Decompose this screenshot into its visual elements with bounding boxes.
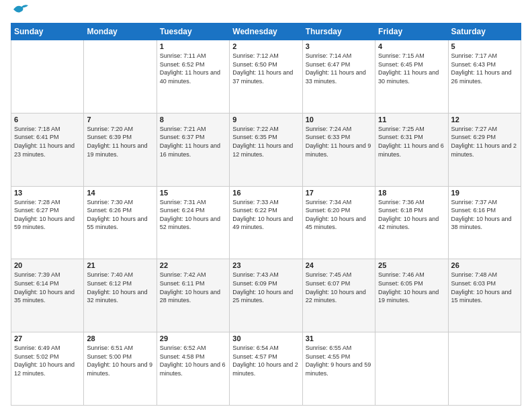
calendar-cell: 21Sunrise: 7:40 AMSunset: 6:12 PMDayligh… <box>84 259 157 332</box>
cell-info: Sunrise: 7:46 AMSunset: 6:05 PMDaylight:… <box>378 271 445 304</box>
calendar-cell: 4Sunrise: 7:15 AMSunset: 6:45 PMDaylight… <box>375 40 448 113</box>
day-number: 10 <box>306 116 372 124</box>
calendar-cell: 28Sunrise: 6:51 AMSunset: 5:00 PMDayligh… <box>84 332 157 406</box>
weekday-sunday: Sunday <box>11 24 84 40</box>
calendar-cell: 3Sunrise: 7:14 AMSunset: 6:47 PMDaylight… <box>302 40 375 113</box>
cell-info: Sunrise: 7:43 AMSunset: 6:09 PMDaylight:… <box>232 271 299 304</box>
day-number: 5 <box>451 42 518 50</box>
calendar-cell: 18Sunrise: 7:36 AMSunset: 6:18 PMDayligh… <box>375 186 448 259</box>
cell-info: Sunrise: 7:27 AMSunset: 6:29 PMDaylight:… <box>451 125 518 158</box>
calendar-cell: 10Sunrise: 7:24 AMSunset: 6:33 PMDayligh… <box>302 113 375 186</box>
day-number: 8 <box>160 116 226 124</box>
cell-info: Sunrise: 7:33 AMSunset: 6:22 PMDaylight:… <box>232 198 299 232</box>
calendar-cell: 6Sunrise: 7:18 AMSunset: 6:41 PMDaylight… <box>11 113 84 186</box>
cell-info: Sunrise: 7:18 AMSunset: 6:41 PMDaylight:… <box>14 125 81 158</box>
cell-info: Sunrise: 7:30 AMSunset: 6:26 PMDaylight:… <box>87 198 153 232</box>
day-number: 23 <box>232 261 299 269</box>
cell-info: Sunrise: 7:15 AMSunset: 6:45 PMDaylight:… <box>378 52 445 85</box>
calendar-cell: 23Sunrise: 7:43 AMSunset: 6:09 PMDayligh… <box>230 259 302 332</box>
weekday-tuesday: Tuesday <box>157 24 229 40</box>
cell-info: Sunrise: 6:49 AMSunset: 5:02 PMDaylight:… <box>14 344 81 377</box>
calendar-cell: 25Sunrise: 7:46 AMSunset: 6:05 PMDayligh… <box>375 259 448 332</box>
cell-info: Sunrise: 7:14 AMSunset: 6:47 PMDaylight:… <box>306 52 372 85</box>
cell-info: Sunrise: 7:28 AMSunset: 6:27 PMDaylight:… <box>14 198 81 232</box>
day-number: 27 <box>14 334 81 342</box>
weekday-friday: Friday <box>375 24 448 40</box>
day-number: 24 <box>306 261 372 269</box>
cell-info: Sunrise: 7:21 AMSunset: 6:37 PMDaylight:… <box>160 125 226 158</box>
cell-info: Sunrise: 7:22 AMSunset: 6:35 PMDaylight:… <box>232 125 299 158</box>
day-number: 9 <box>232 116 299 124</box>
weekday-header-row: SundayMondayTuesdayWednesdayThursdayFrid… <box>11 24 521 40</box>
calendar-table: SundayMondayTuesdayWednesdayThursdayFrid… <box>11 23 521 406</box>
day-number: 31 <box>306 334 372 342</box>
calendar-cell: 7Sunrise: 7:20 AMSunset: 6:39 PMDaylight… <box>84 113 157 186</box>
cell-info: Sunrise: 7:39 AMSunset: 6:14 PMDaylight:… <box>14 271 81 304</box>
day-number: 11 <box>378 116 445 124</box>
calendar-cell: 12Sunrise: 7:27 AMSunset: 6:29 PMDayligh… <box>448 113 521 186</box>
day-number: 28 <box>87 334 153 342</box>
day-number: 30 <box>232 334 299 342</box>
cell-info: Sunrise: 6:54 AMSunset: 4:57 PMDaylight:… <box>232 344 299 377</box>
day-number: 2 <box>232 42 299 50</box>
calendar-cell <box>84 40 157 113</box>
day-number: 21 <box>87 261 153 269</box>
cell-info: Sunrise: 7:12 AMSunset: 6:50 PMDaylight:… <box>232 52 299 85</box>
day-number: 29 <box>160 334 226 342</box>
day-number: 13 <box>14 189 81 197</box>
day-number: 12 <box>451 116 518 124</box>
calendar-cell: 19Sunrise: 7:37 AMSunset: 6:16 PMDayligh… <box>448 186 521 259</box>
day-number: 1 <box>160 42 226 50</box>
calendar-cell <box>11 40 84 113</box>
day-number: 14 <box>87 189 153 197</box>
calendar-cell: 30Sunrise: 6:54 AMSunset: 4:57 PMDayligh… <box>230 332 302 406</box>
cell-info: Sunrise: 7:37 AMSunset: 6:16 PMDaylight:… <box>451 198 518 232</box>
day-number: 19 <box>451 189 518 197</box>
weekday-saturday: Saturday <box>448 24 521 40</box>
calendar-cell: 31Sunrise: 6:55 AMSunset: 4:55 PMDayligh… <box>302 332 375 406</box>
calendar-cell: 20Sunrise: 7:39 AMSunset: 6:14 PMDayligh… <box>11 259 84 332</box>
weekday-thursday: Thursday <box>302 24 375 40</box>
week-row-1: 1Sunrise: 7:11 AMSunset: 6:52 PMDaylight… <box>11 40 521 113</box>
calendar-cell: 17Sunrise: 7:34 AMSunset: 6:20 PMDayligh… <box>302 186 375 259</box>
day-number: 4 <box>378 42 445 50</box>
cell-info: Sunrise: 6:52 AMSunset: 4:58 PMDaylight:… <box>160 344 226 377</box>
cell-info: Sunrise: 7:40 AMSunset: 6:12 PMDaylight:… <box>87 271 153 304</box>
cell-info: Sunrise: 7:11 AMSunset: 6:52 PMDaylight:… <box>160 52 226 85</box>
bird-icon <box>12 3 30 17</box>
calendar-cell: 14Sunrise: 7:30 AMSunset: 6:26 PMDayligh… <box>84 186 157 259</box>
cell-info: Sunrise: 7:34 AMSunset: 6:20 PMDaylight:… <box>306 198 372 232</box>
calendar-cell <box>375 332 448 406</box>
calendar-cell: 24Sunrise: 7:45 AMSunset: 6:07 PMDayligh… <box>302 259 375 332</box>
day-number: 18 <box>378 189 445 197</box>
calendar-cell: 1Sunrise: 7:11 AMSunset: 6:52 PMDaylight… <box>157 40 229 113</box>
calendar-cell: 29Sunrise: 6:52 AMSunset: 4:58 PMDayligh… <box>157 332 229 406</box>
day-number: 17 <box>306 189 372 197</box>
cell-info: Sunrise: 7:42 AMSunset: 6:11 PMDaylight:… <box>160 271 226 304</box>
calendar-cell <box>448 332 521 406</box>
cell-info: Sunrise: 6:55 AMSunset: 4:55 PMDaylight:… <box>306 344 372 377</box>
logo <box>11 8 30 17</box>
weekday-wednesday: Wednesday <box>230 24 302 40</box>
day-number: 20 <box>14 261 81 269</box>
cell-info: Sunrise: 7:36 AMSunset: 6:18 PMDaylight:… <box>378 198 445 232</box>
day-number: 22 <box>160 261 226 269</box>
calendar-cell: 22Sunrise: 7:42 AMSunset: 6:11 PMDayligh… <box>157 259 229 332</box>
day-number: 25 <box>378 261 445 269</box>
day-number: 7 <box>87 116 153 124</box>
calendar-cell: 26Sunrise: 7:48 AMSunset: 6:03 PMDayligh… <box>448 259 521 332</box>
day-number: 26 <box>451 261 518 269</box>
week-row-2: 6Sunrise: 7:18 AMSunset: 6:41 PMDaylight… <box>11 113 521 186</box>
calendar-cell: 9Sunrise: 7:22 AMSunset: 6:35 PMDaylight… <box>230 113 302 186</box>
weekday-monday: Monday <box>84 24 157 40</box>
calendar-cell: 2Sunrise: 7:12 AMSunset: 6:50 PMDaylight… <box>230 40 302 113</box>
cell-info: Sunrise: 7:25 AMSunset: 6:31 PMDaylight:… <box>378 125 445 158</box>
calendar-cell: 15Sunrise: 7:31 AMSunset: 6:24 PMDayligh… <box>157 186 229 259</box>
week-row-5: 27Sunrise: 6:49 AMSunset: 5:02 PMDayligh… <box>11 332 521 406</box>
day-number: 15 <box>160 189 226 197</box>
page: SundayMondayTuesdayWednesdayThursdayFrid… <box>0 0 532 411</box>
calendar-cell: 27Sunrise: 6:49 AMSunset: 5:02 PMDayligh… <box>11 332 84 406</box>
cell-info: Sunrise: 6:51 AMSunset: 5:00 PMDaylight:… <box>87 344 153 377</box>
calendar-cell: 11Sunrise: 7:25 AMSunset: 6:31 PMDayligh… <box>375 113 448 186</box>
cell-info: Sunrise: 7:31 AMSunset: 6:24 PMDaylight:… <box>160 198 226 232</box>
